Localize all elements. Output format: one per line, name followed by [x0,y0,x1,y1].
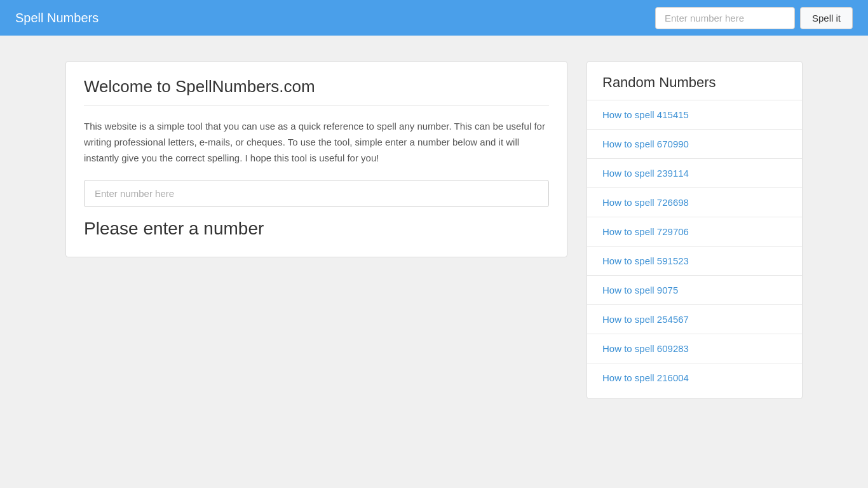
list-item: How to spell 239114 [587,159,802,188]
page-wrapper: Welcome to SpellNumbers.com This website… [53,36,815,424]
random-number-link[interactable]: How to spell 254567 [587,305,802,334]
navbar-number-input[interactable] [655,7,795,29]
random-number-link[interactable]: How to spell 216004 [587,363,802,392]
random-number-link[interactable]: How to spell 239114 [587,159,802,187]
navbar-brand: Spell Numbers [15,11,98,25]
random-number-link[interactable]: How to spell 609283 [587,334,802,363]
list-item: How to spell 9075 [587,276,802,305]
list-item: How to spell 609283 [587,334,802,363]
random-number-link[interactable]: How to spell 9075 [587,276,802,304]
list-item: How to spell 670990 [587,130,802,159]
navbar-form: Spell it [655,7,853,29]
navbar: Spell Numbers Spell it [0,0,868,36]
navbar-spell-button[interactable]: Spell it [800,7,853,29]
random-number-link[interactable]: How to spell 729706 [587,217,802,246]
list-item: How to spell 726698 [587,188,802,217]
list-item: How to spell 216004 [587,363,802,392]
list-item: How to spell 254567 [587,305,802,334]
list-item: How to spell 415415 [587,100,802,130]
random-number-link[interactable]: How to spell 670990 [587,130,802,158]
sidebar: Random Numbers How to spell 415415How to… [587,61,803,399]
main-description: This website is a simple tool that you c… [84,119,549,166]
random-number-link[interactable]: How to spell 726698 [587,188,802,217]
random-number-link[interactable]: How to spell 415415 [587,100,802,129]
list-item: How to spell 729706 [587,217,802,247]
main-card: Welcome to SpellNumbers.com This website… [65,61,567,257]
list-item: How to spell 591523 [587,247,802,276]
random-numbers-list: How to spell 415415How to spell 670990Ho… [587,100,802,392]
main-title: Welcome to SpellNumbers.com [84,77,549,106]
sidebar-title: Random Numbers [587,74,802,100]
random-number-link[interactable]: How to spell 591523 [587,247,802,275]
main-number-input[interactable] [84,180,549,207]
please-enter-text: Please enter a number [84,219,549,239]
